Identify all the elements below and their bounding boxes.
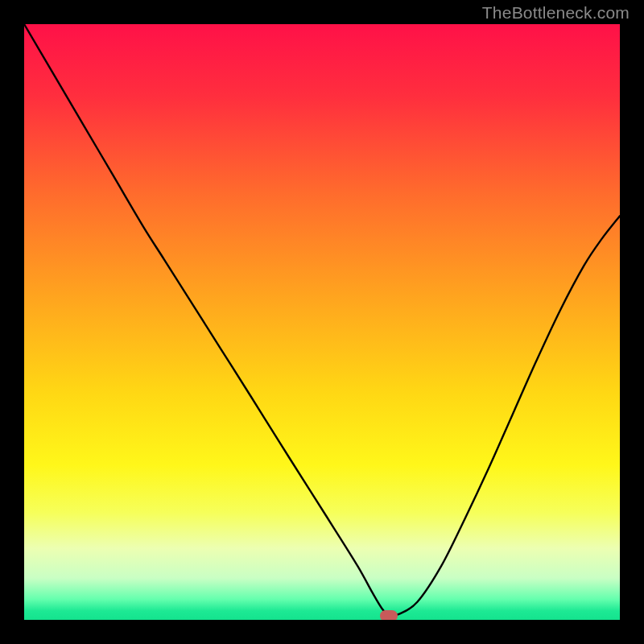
watermark-text: TheBottleneck.com [482, 3, 630, 23]
optimal-point-marker [380, 610, 398, 620]
plot-area [24, 24, 620, 620]
bottleneck-curve [24, 24, 620, 620]
chart-frame: TheBottleneck.com [0, 0, 644, 644]
